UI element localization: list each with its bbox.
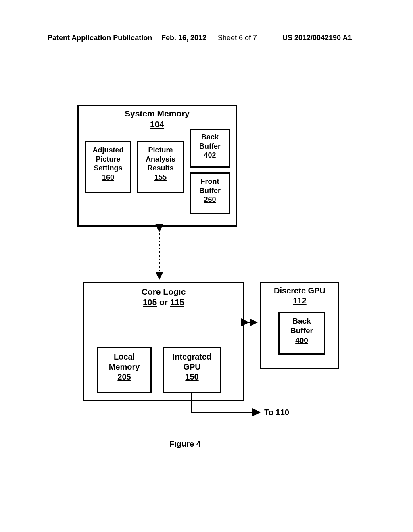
igpu-l2: GPU [164,362,220,372]
core-title: Core Logic [84,287,243,297]
adjusted-ref: 160 [86,173,130,182]
adjusted-l2: Picture [86,155,130,164]
front260-l2: Buffer [191,186,229,195]
igpu-l1: Integrated [164,352,220,362]
adjusted-l1: Adjusted [86,145,130,155]
integrated-gpu-box: Integrated GPU 150 [163,347,221,393]
core-or: or [157,297,170,307]
back402-l1: Back [191,133,229,142]
connectors [0,0,413,532]
back400-l2: Buffer [280,326,324,336]
analysis-l1: Picture [138,145,183,155]
back-buffer-400-box: Back Buffer 400 [278,312,325,355]
analysis-l3: Results [138,164,183,173]
figure-caption: Figure 4 [169,439,201,449]
igpu-ref: 150 [164,372,220,382]
back402-l2: Buffer [191,142,229,151]
back-buffer-402-box: Back Buffer 402 [190,129,230,168]
back400-l1: Back [280,316,324,326]
system-memory-title: System Memory [79,108,236,119]
analysis-ref: 155 [138,173,183,182]
front260-ref: 260 [191,195,229,204]
front260-l1: Front [191,177,229,186]
adjusted-picture-settings-box: Adjusted Picture Settings 160 [85,141,131,193]
back400-ref: 400 [280,336,324,345]
back402-ref: 402 [191,151,229,160]
page: Patent Application Publication Feb. 16, … [0,0,413,532]
system-memory-ref: 104 [79,119,236,129]
header-publication: Patent Application Publication [48,34,152,42]
core-ref-line: 105 or 115 [84,297,243,308]
adjusted-l3: Settings [86,164,130,173]
dgpu-ref: 112 [261,296,338,306]
header-sheet: Sheet 6 of 7 [218,34,257,42]
header-number: US 2012/0042190 A1 [282,34,352,42]
analysis-l2: Analysis [138,155,183,164]
local-ref: 205 [98,372,150,382]
to-110-label: To 110 [264,408,289,417]
front-buffer-260-box: Front Buffer 260 [190,172,230,214]
local-memory-box: Local Memory 205 [97,347,152,393]
header-date: Feb. 16, 2012 [161,34,206,42]
core-ref1: 105 [143,297,157,307]
local-l2: Memory [98,362,150,372]
picture-analysis-results-box: Picture Analysis Results 155 [137,141,184,193]
local-l1: Local [98,352,150,362]
core-ref2: 115 [170,297,184,307]
dgpu-title: Discrete GPU [261,286,338,296]
